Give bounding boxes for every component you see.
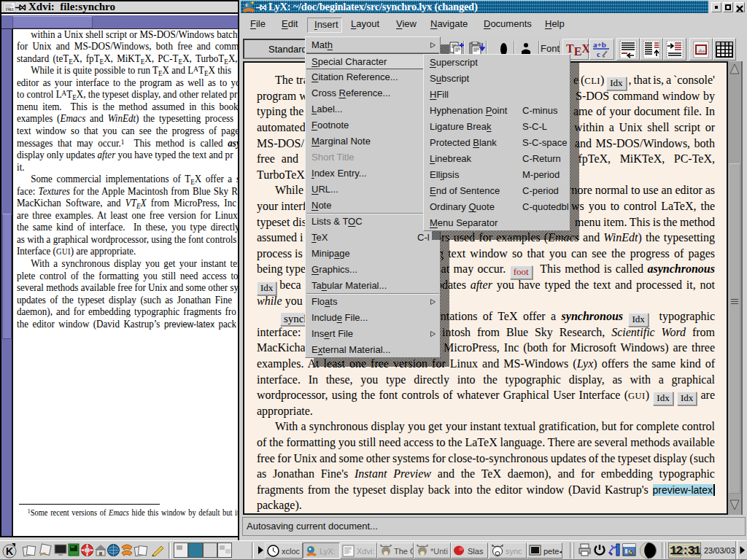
- svg-text:c: c: [597, 50, 600, 58]
- svg-text:K: K: [6, 545, 13, 557]
- svg-text:a+b: a+b: [593, 40, 606, 49]
- svg-text:1961: 1961: [5, 7, 14, 12]
